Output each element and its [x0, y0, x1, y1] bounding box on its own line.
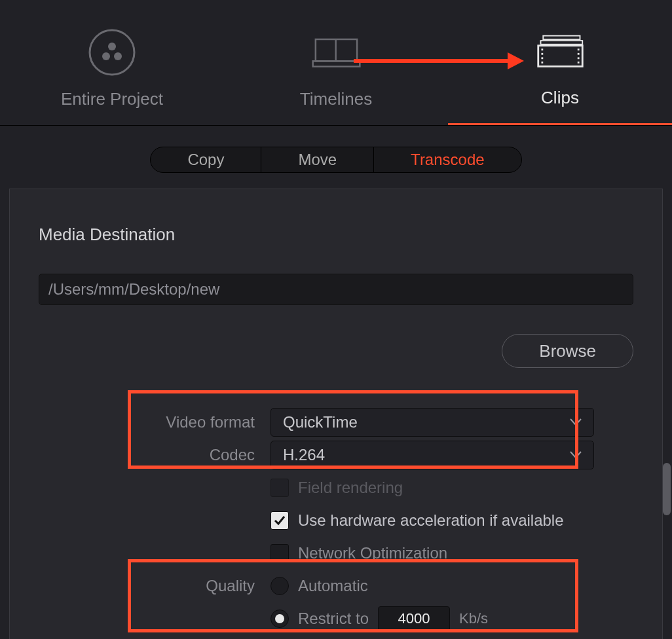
quality-row-auto: Quality Automatic	[39, 570, 633, 602]
svg-rect-17	[577, 62, 579, 64]
timelines-icon	[312, 28, 361, 77]
scope-tabs: Entire Project Timelines Clips	[0, 0, 672, 126]
video-format-select[interactable]: QuickTime	[271, 408, 594, 437]
svg-rect-15	[577, 52, 579, 54]
svg-rect-9	[538, 45, 582, 66]
network-opt-label: Network Optimization	[298, 544, 447, 562]
restrict-unit: Kb/s	[459, 610, 488, 627]
checkmark-icon	[273, 514, 286, 527]
hw-accel-row: Use hardware acceleration if available	[39, 504, 633, 537]
browse-row: Browse	[39, 334, 633, 368]
tab-timelines[interactable]: Timelines	[224, 0, 448, 125]
browse-button[interactable]: Browse	[502, 334, 633, 368]
restrict-bitrate-input[interactable]	[378, 606, 450, 631]
clips-icon	[536, 27, 585, 76]
quality-row-restrict: Restrict to Kb/s	[39, 602, 633, 635]
svg-rect-6	[312, 61, 360, 66]
svg-rect-13	[541, 62, 543, 64]
seg-move[interactable]: Move	[261, 147, 373, 172]
tab-clips[interactable]: Clips	[448, 0, 672, 125]
hw-accel-label: Use hardware acceleration if available	[298, 511, 564, 530]
video-format-value: QuickTime	[283, 413, 358, 431]
svg-rect-11	[541, 52, 543, 54]
svg-point-3	[114, 52, 122, 60]
svg-point-1	[108, 43, 116, 50]
codec-value: H.264	[283, 446, 325, 464]
codec-row: Codec H.264	[39, 439, 633, 471]
field-rendering-checkbox	[271, 479, 289, 497]
browse-button-label: Browse	[539, 341, 596, 361]
hw-accel-checkbox[interactable]	[271, 511, 289, 530]
tab-entire-project[interactable]: Entire Project	[0, 0, 224, 125]
media-destination-heading: Media Destination	[39, 225, 633, 245]
action-segmented-control: Copy Move Transcode	[0, 126, 672, 189]
svg-rect-12	[541, 57, 543, 59]
tab-clips-label: Clips	[541, 88, 579, 108]
svg-rect-7	[543, 35, 580, 39]
svg-point-2	[102, 52, 110, 60]
codec-label: Codec	[39, 446, 271, 464]
project-icon	[88, 28, 137, 77]
svg-rect-8	[540, 41, 582, 45]
svg-point-0	[90, 30, 134, 75]
svg-rect-14	[577, 48, 579, 50]
quality-label: Quality	[39, 577, 271, 595]
quality-auto-label: Automatic	[298, 577, 368, 595]
video-format-row: Video format QuickTime	[39, 406, 633, 439]
quality-auto-radio[interactable]	[271, 577, 289, 595]
network-opt-checkbox[interactable]	[271, 544, 289, 562]
quality-restrict-label: Restrict to	[298, 610, 369, 628]
codec-select[interactable]: H.264	[271, 441, 594, 469]
destination-path-input[interactable]	[39, 274, 633, 305]
settings-panel: Media Destination Browse Video format Qu…	[9, 189, 663, 639]
svg-rect-10	[541, 48, 543, 50]
field-rendering-label: Field rendering	[298, 479, 403, 497]
transcode-form: Video format QuickTime Codec H.264	[39, 401, 633, 635]
chevron-down-icon	[570, 418, 582, 426]
svg-rect-16	[577, 57, 579, 59]
seg-copy-label: Copy	[187, 151, 224, 169]
seg-move-label: Move	[298, 151, 337, 169]
seg-transcode[interactable]: Transcode	[373, 147, 521, 172]
tab-entire-project-label: Entire Project	[61, 89, 163, 109]
destination-path-row	[39, 274, 633, 305]
quality-restrict-radio[interactable]	[271, 610, 289, 628]
seg-copy[interactable]: Copy	[151, 147, 261, 172]
chevron-down-icon	[570, 451, 582, 459]
scrollbar-thumb[interactable]	[663, 463, 671, 515]
seg-transcode-label: Transcode	[411, 151, 485, 169]
network-opt-row: Network Optimization	[39, 537, 633, 570]
video-format-label: Video format	[39, 413, 271, 431]
tab-timelines-label: Timelines	[300, 89, 372, 109]
field-rendering-row: Field rendering	[39, 471, 633, 504]
